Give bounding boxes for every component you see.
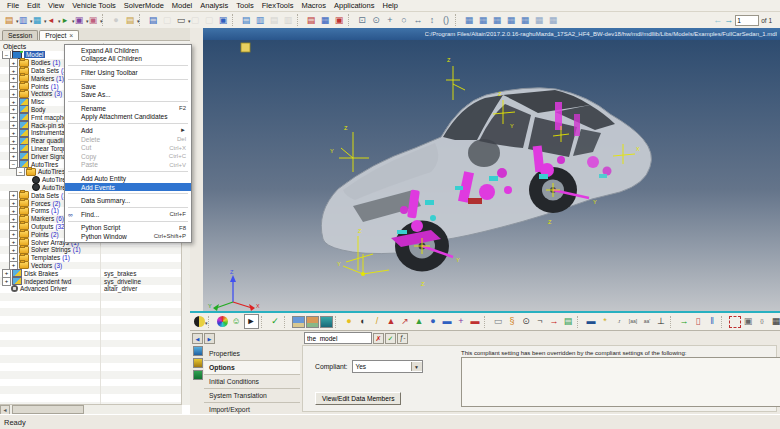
context-save[interactable]: Save: [65, 82, 191, 91]
panel-splitter[interactable]: [190, 28, 204, 311]
sphere-entity-icon[interactable]: ●: [427, 315, 440, 328]
context-add[interactable]: Add►: [65, 126, 191, 135]
tree-row-26-templates[interactable]: +Templates(1): [0, 254, 182, 262]
model-recent-icon[interactable]: ▣▾: [87, 14, 100, 27]
apply-button[interactable]: ✓: [385, 333, 396, 344]
previous-page-icon[interactable]: ←: [713, 15, 722, 25]
render-thumb-1-icon[interactable]: [292, 316, 305, 328]
joint-entity-icon[interactable]: +: [455, 315, 468, 328]
window-layout-4-icon[interactable]: ▦: [505, 14, 518, 27]
view-edit-data-members-button[interactable]: View/Edit Data Members: [315, 392, 401, 405]
menu-macros[interactable]: Macros: [297, 1, 330, 10]
select-arrow-icon[interactable]: ►: [244, 314, 259, 329]
menu-flextools[interactable]: FlexTools: [258, 1, 298, 10]
context-add-auto-entity[interactable]: Add Auto Entity: [65, 174, 191, 183]
vehicle-tool-icon[interactable]: ▭: [492, 315, 505, 328]
fit-all-icon[interactable]: (): [440, 14, 453, 27]
fit-width-icon[interactable]: ↔: [412, 14, 425, 27]
color-wheel-icon[interactable]: [217, 316, 228, 327]
tree-row-25-solver-strings[interactable]: +Solver Strings(1): [0, 246, 182, 254]
panel-tools-icon[interactable]: [193, 370, 203, 380]
context-rename[interactable]: RenameF2: [65, 104, 191, 113]
menu-vehicle-tools[interactable]: Vehicle Tools: [68, 1, 120, 10]
copy-icon[interactable]: ▤: [240, 14, 253, 27]
collapse-panel-button[interactable]: ◀: [192, 333, 203, 344]
close-window-icon[interactable]: ▣: [333, 14, 346, 27]
menu-solvermode[interactable]: SolverMode: [120, 1, 168, 10]
scrollbar-thumb[interactable]: [12, 405, 84, 414]
session-window-icon[interactable]: ▣: [217, 14, 230, 27]
menu-help[interactable]: Help: [378, 1, 401, 10]
discard-button[interactable]: ✗: [373, 333, 384, 344]
book-entity-icon[interactable]: ▤: [562, 315, 575, 328]
tree-horizontal-scrollbar[interactable]: ◄: [0, 404, 182, 414]
point-entity-icon[interactable]: ●: [343, 315, 356, 328]
tab-project[interactable]: Project×: [39, 30, 79, 40]
next-page-icon[interactable]: →: [724, 15, 733, 25]
zoom-icon[interactable]: ⊙: [370, 14, 383, 27]
render-thumb-3-icon[interactable]: [320, 316, 333, 328]
marker-pen-icon[interactable]: /: [371, 315, 384, 328]
model-import-icon[interactable]: ◂▾: [45, 14, 58, 27]
user-folder-icon[interactable]: ▤▾: [124, 14, 137, 27]
graphics-viewport[interactable]: ZZYZYZYZYZYXZXY: [203, 40, 780, 311]
menu-analysis[interactable]: Analysis: [196, 1, 232, 10]
panel-tab-system-translation[interactable]: System Translation: [204, 389, 300, 403]
scroll-left-icon[interactable]: ◄: [0, 405, 10, 415]
output-arrow-icon[interactable]: →: [548, 315, 561, 328]
model-open-icon[interactable]: ▥▾: [17, 14, 30, 27]
tree-row-29-independent-fwd[interactable]: +Independent fwdsys_driveline: [0, 277, 182, 285]
context-find[interactable]: ∞Find...Ctrl+F: [65, 210, 191, 219]
window-layout-7-icon[interactable]: ▦: [547, 14, 560, 27]
paste-icon[interactable]: ▥: [254, 14, 267, 27]
tube-entity-icon[interactable]: ▯: [692, 315, 705, 328]
rotate-view-icon[interactable]: ○: [398, 14, 411, 27]
context-python-window[interactable]: Python WindowCtrl+Shift+P: [65, 232, 191, 241]
pie-entity-icon[interactable]: ◐: [357, 315, 370, 328]
expression-button[interactable]: ƒ-: [397, 333, 408, 344]
panel-entity-icon[interactable]: [193, 358, 203, 368]
entity-name-field[interactable]: [304, 332, 372, 344]
context-collapse-all-children[interactable]: Collapse All Children: [65, 55, 191, 64]
expression-aa2-icon[interactable]: aa': [641, 315, 654, 328]
expression-aa-icon[interactable]: [aa]: [627, 315, 640, 328]
fit-height-icon[interactable]: ↕: [426, 14, 439, 27]
spreadsheet-icon[interactable]: ▦: [770, 315, 780, 328]
apply-check-icon[interactable]: ✓: [269, 315, 282, 328]
tree-row-28-disk-brakes[interactable]: +Disk Brakessys_brakes: [0, 269, 182, 277]
panel-tab-initial-conditions[interactable]: Initial Conditions: [204, 375, 300, 389]
context-add-events[interactable]: Add Events: [65, 183, 191, 192]
panel-tab-options[interactable]: Options: [204, 361, 300, 375]
menu-view[interactable]: View: [44, 1, 68, 10]
menu-edit[interactable]: Edit: [23, 1, 44, 10]
menu-applications[interactable]: Applications: [330, 1, 378, 10]
page-note-icon[interactable]: [241, 43, 250, 52]
menu-tools[interactable]: Tools: [232, 1, 258, 10]
pan-icon[interactable]: +: [384, 14, 397, 27]
macro-braces-icon[interactable]: {}: [756, 315, 769, 328]
context-save-as[interactable]: Save As...: [65, 90, 191, 99]
lever-tool-icon[interactable]: ¬: [534, 315, 547, 328]
panel-view-icon[interactable]: [193, 346, 203, 356]
menu-model[interactable]: Model: [168, 1, 196, 10]
window-layout-6-icon[interactable]: ▦: [533, 14, 546, 27]
panel-tab-properties[interactable]: Properties: [204, 347, 300, 361]
render-thumb-2-icon[interactable]: [306, 316, 319, 328]
context-data-summary[interactable]: Data Summary...: [65, 196, 191, 205]
context-apply-attachment-candidates[interactable]: Apply Attachment Candidates: [65, 113, 191, 122]
model-merge-icon[interactable]: ▣▾: [73, 14, 86, 27]
plate-blue-2-icon[interactable]: ▬: [585, 315, 598, 328]
context-filter-using-toolbar[interactable]: Filter Using Toolbar: [65, 68, 191, 77]
copy-window-icon[interactable]: ▣: [742, 315, 755, 328]
tree-row-27-vectors[interactable]: +Vectors(3): [0, 262, 182, 270]
align-bars-icon[interactable]: ‖: [706, 315, 719, 328]
body-entity-icon[interactable]: ▲: [385, 315, 398, 328]
shade-mode-icon[interactable]: ▾: [194, 316, 205, 327]
notebook-icon[interactable]: ▤: [147, 14, 160, 27]
plate-red-icon[interactable]: ▬: [469, 315, 482, 328]
expand-panel-button[interactable]: ▶: [204, 333, 215, 344]
anchor-tool-icon[interactable]: ⊥: [655, 315, 668, 328]
pages-stack-icon[interactable]: ▤: [305, 14, 318, 27]
tree-row-30-advanced-driver[interactable]: Advanced Driveraltair_driver: [0, 285, 182, 293]
close-tab-icon[interactable]: ×: [69, 32, 73, 39]
